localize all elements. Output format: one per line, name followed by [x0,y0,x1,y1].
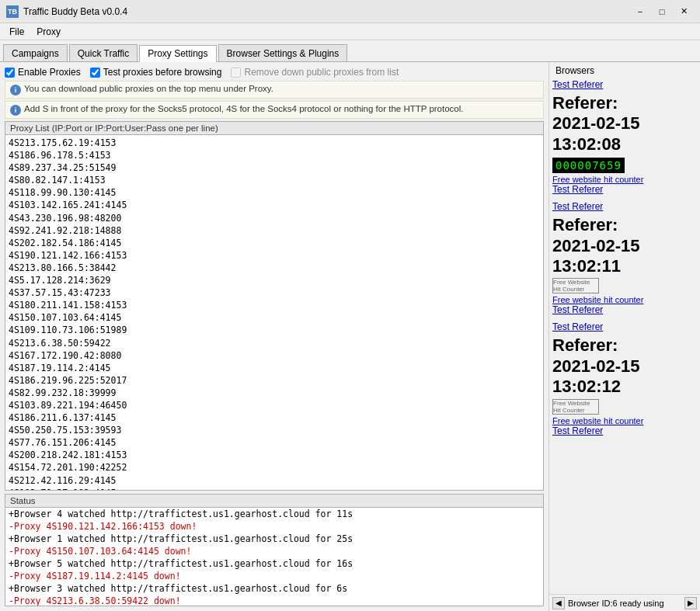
hit-counter-image: Free Website Hit Counter [552,399,599,415]
proxy-list-item: 4S82.99.232.18:39999 [9,387,540,399]
info-icon-2: i [10,105,21,116]
tab-quick-traffic[interactable]: Quick Traffic [69,44,138,61]
close-button[interactable]: ✕ [674,4,694,19]
status-line: -Proxy 4S187.19.114.2:4145 down! [5,570,543,582]
proxy-list-item: 4S202.182.54.186:4145 [9,237,540,249]
status-area: Status +Browser 4 watched http://traffic… [5,494,544,606]
status-line: -Proxy 4S190.121.142.166:4153 down! [5,520,543,533]
browser-block: Test RefererReferer: 2021-02-15 13:02:08… [552,79,697,195]
proxy-list-item: 4S186.219.96.225:52017 [9,374,540,387]
window-title: Traffic Buddy Beta v0.0.4 [23,6,630,17]
proxy-list-item: 4S92.241.92.218:14888 [9,224,540,237]
tab-campaigns[interactable]: Campaigns [3,44,68,61]
hit-counter-link[interactable]: Free website hit counter [552,175,697,184]
status-line: +Browser 5 watched http://traffictest.us… [5,557,543,570]
proxy-list-item: 4S103.89.221.194:46450 [9,399,540,411]
proxy-list-item: 4S89.237.34.25:51549 [9,161,540,174]
referer-title: Referer: 2021-02-15 13:02:12 [552,335,697,397]
test-proxies-checkbox-label[interactable]: Test proxies before browsing [90,67,222,78]
hit-counter-image: Free Website Hit Counter [552,278,599,293]
tabs-bar: Campaigns Quick Traffic Proxy Settings B… [0,40,700,62]
proxy-list-item: 4S186.96.178.5:4153 [9,149,540,161]
proxy-list-item: 4S190.121.142.166:4153 [9,249,540,262]
proxy-list-item: 4S180.211.141.158:4153 [9,299,540,311]
proxy-list-item: 4S103.142.165.241:4145 [9,199,540,211]
options-row: Enable Proxies Test proxies before brows… [5,67,544,78]
info-text-2: Add S in front of the proxy for the Sock… [24,104,464,113]
info-text-1: You can download public proxies on the t… [24,84,273,93]
remove-down-checkbox-label: Remove down public proxies from list [231,67,399,78]
status-line: +Browser 3 watched http://traffictest.us… [5,582,543,595]
maximize-button[interactable]: □ [652,4,672,19]
proxy-list-item: 4S109.110.73.106:51989 [9,324,540,336]
test-proxies-label: Test proxies before browsing [103,67,222,78]
proxy-list-item: 4S167.172.190.42:8080 [9,349,540,362]
browsers-scroll[interactable]: Test RefererReferer: 2021-02-15 13:02:08… [549,79,700,594]
enable-proxies-label: Enable Proxies [18,67,81,78]
tab-browser-settings[interactable]: Browser Settings & Plugins [218,44,348,61]
referer-title: Referer: 2021-02-15 13:02:11 [552,215,697,276]
proxy-list-area: Proxy List (IP:Port or IP:Port:User:Pass… [5,121,544,491]
status-line: -Proxy 4S213.6.38.50:59422 down! [5,595,543,606]
nav-left-arrow[interactable]: ◀ [552,597,565,609]
remove-down-label: Remove down public proxies from list [244,67,399,78]
right-panel-header: Browsers [549,62,700,79]
test-referer-link[interactable]: Test Referer [552,201,697,212]
window-controls: − □ ✕ [630,4,694,19]
bottom-status-text: Browser ID:6 ready using [568,599,664,608]
status-line: +Browser 4 watched http://traffictest.us… [5,508,543,520]
minimize-button[interactable]: − [630,4,650,19]
test-referer-link-2[interactable]: Test Referer [552,304,697,315]
proxy-list-item: 4S77.76.151.206:4145 [9,436,540,449]
proxy-list-item: 4S187.19.114.2:4145 [9,362,540,374]
enable-proxies-checkbox[interactable] [5,68,15,78]
menu-bar: File Proxy [0,23,700,40]
title-bar: TB Traffic Buddy Beta v0.0.4 − □ ✕ [0,0,700,23]
info-icon-1: i [10,85,21,95]
bottom-nav-row: ◀ Browser ID:6 ready using ▶ [549,594,700,611]
proxy-list-item: 4S43.230.196.98:48200 [9,212,540,224]
status-content[interactable]: +Browser 4 watched http://traffictest.us… [5,508,543,606]
proxy-list-item: 4S103.78.37.102:4145 [9,487,540,490]
proxy-list-header: Proxy List (IP:Port or IP:Port:User:Pass… [5,122,543,135]
nav-right-arrow[interactable]: ▶ [684,597,697,609]
app-icon: TB [6,5,19,18]
browser-block: Test RefererReferer: 2021-02-15 13:02:11… [552,201,697,315]
tab-proxy-settings[interactable]: Proxy Settings [139,45,216,62]
proxy-list-item: 4S213.80.166.5:38442 [9,262,540,274]
test-referer-link[interactable]: Test Referer [552,79,697,90]
browser-block: Test RefererReferer: 2021-02-15 13:02:12… [552,321,697,436]
proxy-list-item: 4S150.107.103.64:4145 [9,311,540,324]
proxy-list-item: 4S80.82.147.1:4153 [9,174,540,186]
test-referer-link-2[interactable]: Test Referer [552,184,697,195]
status-line: -Proxy 4S150.107.103.64:4145 down! [5,545,543,557]
hit-counter-link[interactable]: Free website hit counter [552,295,697,304]
hit-counter-link[interactable]: Free website hit counter [552,416,697,425]
info-box-2: i Add S in front of the proxy for the So… [5,101,544,119]
proxy-list-item: 4S50.250.75.153:39593 [9,424,540,436]
proxy-list-item: 4S154.72.201.190:42252 [9,461,540,474]
remove-down-checkbox [231,68,241,78]
status-line: +Browser 1 watched http://traffictest.us… [5,533,543,545]
proxy-list-item: 4S213.175.62.19:4153 [9,137,540,149]
proxy-list-item: 4S37.57.15.43:47233 [9,286,540,299]
test-proxies-checkbox[interactable] [90,68,100,78]
proxy-list-content[interactable]: 4S213.175.62.19:41534S186.96.178.5:41534… [5,135,543,490]
enable-proxies-checkbox-label[interactable]: Enable Proxies [5,67,81,78]
right-panel: Browsers Test RefererReferer: 2021-02-15… [549,62,700,611]
menu-file[interactable]: File [3,25,30,39]
proxy-list-item: 4S212.42.116.29:4145 [9,474,540,487]
test-referer-link-2[interactable]: Test Referer [552,425,697,436]
referer-title: Referer: 2021-02-15 13:02:08 [552,93,697,154]
proxy-list-item: 4S5.17.128.214:3629 [9,274,540,286]
menu-proxy[interactable]: Proxy [30,25,67,39]
main-area: Enable Proxies Test proxies before brows… [0,62,700,611]
info-box-1: i You can download public proxies on the… [5,81,544,99]
proxy-list-item: 4S186.211.6.137:4145 [9,411,540,424]
test-referer-link[interactable]: Test Referer [552,321,697,332]
proxy-list-item: 4S213.6.38.50:59422 [9,337,540,349]
proxy-list-item: 4S200.218.242.181:4153 [9,449,540,461]
status-header: Status [5,495,543,508]
hit-counter: 000007659 [552,158,625,173]
proxy-list-item: 4S118.99.90.130:4145 [9,186,540,199]
